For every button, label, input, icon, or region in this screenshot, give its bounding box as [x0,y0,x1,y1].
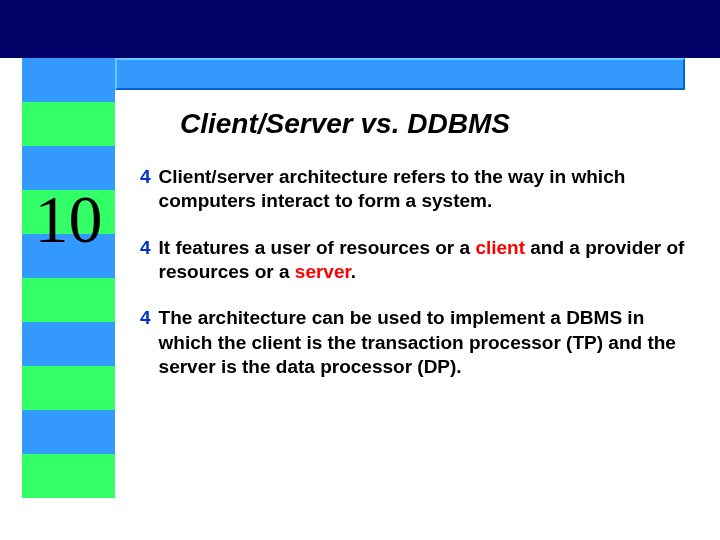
slide-title: Client/Server vs. DDBMS [180,108,680,140]
left-stripe-column [22,58,115,498]
stripe-green [22,278,115,322]
stripe-blue [22,410,115,454]
bullet-text: The architecture can be used to implemen… [159,306,695,379]
check-icon: 4 [140,165,151,189]
bullet-text: It features a user of resources or a cli… [159,236,695,285]
page-number: 10 [22,185,115,253]
header-blue-bar [115,58,685,90]
bullet-text: Client/server architecture refers to the… [159,165,695,214]
stripe-blue [22,58,115,102]
stripe-green [22,102,115,146]
list-item: 4 Client/server architecture refers to t… [140,165,695,214]
check-icon: 4 [140,306,151,330]
list-item: 4 The architecture can be used to implem… [140,306,695,379]
check-icon: 4 [140,236,151,260]
stripe-blue [22,322,115,366]
header-dark-band [0,0,720,58]
stripe-green [22,454,115,498]
bullet-list: 4 Client/server architecture refers to t… [140,165,695,401]
stripe-green [22,366,115,410]
list-item: 4 It features a user of resources or a c… [140,236,695,285]
